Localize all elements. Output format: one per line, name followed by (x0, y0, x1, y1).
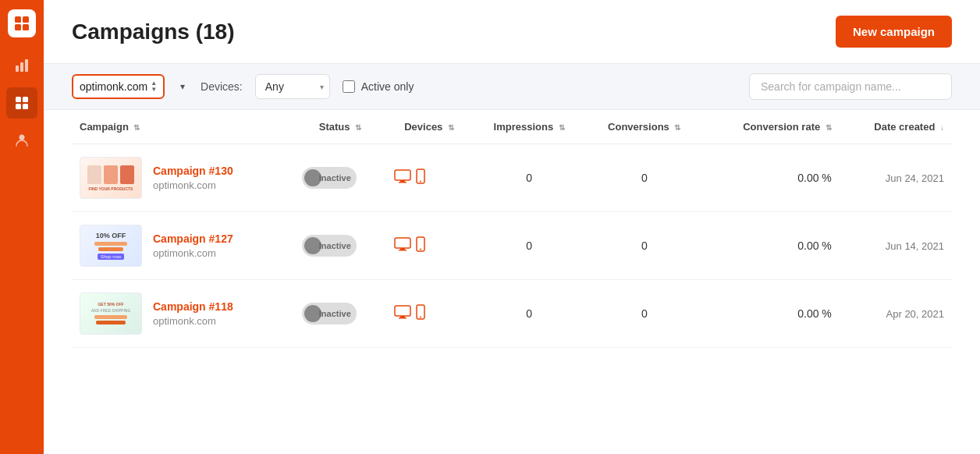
devices-icons-118 (394, 304, 464, 324)
campaign-thumb-127: 10% OFF Shop now (80, 225, 142, 267)
sidebar-item-audience[interactable]: Audience (6, 125, 37, 156)
desktop-icon (394, 305, 411, 323)
devices-select-wrapper: Any Desktop Mobile Tablet ▾ (255, 74, 330, 99)
new-campaign-button[interactable]: New campaign (836, 16, 952, 48)
devices-cell-127 (386, 212, 472, 280)
svg-rect-19 (399, 250, 407, 251)
devices-cell-130 (386, 144, 472, 212)
svg-point-26 (420, 316, 421, 317)
campaign-domain-118: optimonk.com (153, 315, 233, 327)
table-row: 10% OFF Shop now Campaign #127 optimonk.… (72, 212, 952, 280)
search-input[interactable] (749, 73, 952, 100)
devices-icons-130 (394, 168, 464, 188)
col-conversions-label: Conversions (608, 121, 669, 133)
devices-icons-127 (394, 236, 464, 256)
svg-point-21 (420, 248, 421, 250)
svg-rect-8 (23, 97, 28, 102)
status-label-127: Inactive (319, 241, 351, 250)
col-impressions[interactable]: Impressions ⇅ (472, 110, 586, 144)
svg-rect-22 (395, 306, 410, 316)
col-campaign-label: Campaign (80, 121, 129, 133)
status-toggle-127[interactable]: Inactive (302, 235, 357, 257)
col-campaign-sort[interactable]: ⇅ (133, 123, 140, 132)
campaign-info-118: Campaign #118 optimonk.com (153, 300, 233, 327)
campaign-cell-130: FIND YOUR PRODUCTS Campaign #130 optimon… (72, 144, 294, 212)
svg-rect-7 (16, 97, 21, 102)
svg-rect-17 (395, 238, 410, 248)
desktop-icon (394, 237, 411, 255)
sidebar-item-campaigns[interactable]: Campaigns (6, 87, 37, 119)
campaign-name-127[interactable]: Campaign #127 (153, 232, 233, 245)
devices-cell-118 (386, 280, 472, 348)
audience-icon[interactable] (6, 125, 37, 156)
date-cell-118: Apr 20, 2021 (840, 280, 952, 348)
col-rate-sort[interactable]: ⇅ (826, 123, 832, 132)
campaign-info-127: Campaign #127 optimonk.com (153, 232, 233, 259)
svg-rect-4 (16, 66, 19, 72)
col-devices-label: Devices (404, 121, 442, 133)
domain-select[interactable]: optimonk.com ▲ ▼ (72, 74, 165, 99)
sidebar-item-analytics[interactable]: Analytics (6, 50, 37, 81)
domain-arrows[interactable]: ▲ ▼ (151, 80, 157, 93)
status-toggle-130[interactable]: Inactive (302, 167, 357, 189)
col-devices[interactable]: Devices ⇅ (386, 110, 472, 144)
impressions-cell-118: 0 (472, 280, 586, 348)
col-date[interactable]: Date created ↓ (840, 110, 952, 144)
svg-rect-23 (400, 316, 405, 317)
campaign-info-130: Campaign #130 optimonk.com (153, 165, 233, 191)
campaign-domain-127: optimonk.com (153, 247, 233, 259)
col-rate[interactable]: Conversion rate ⇅ (702, 110, 840, 144)
active-only-label[interactable]: Active only (361, 80, 414, 93)
analytics-icon[interactable] (6, 50, 37, 81)
campaign-cell-118: GET 50% OFF AND FREE SHIPPING Campaign #… (72, 280, 294, 348)
campaign-name-118[interactable]: Campaign #118 (153, 300, 233, 313)
campaign-cell-127: 10% OFF Shop now Campaign #127 optimonk.… (72, 212, 294, 280)
devices-select[interactable]: Any Desktop Mobile Tablet (255, 74, 330, 99)
svg-rect-13 (400, 180, 405, 182)
page-title: Campaigns (18) (72, 20, 235, 44)
campaigns-table: Campaign ⇅ Status ⇅ Devices ⇅ Impression… (72, 110, 952, 348)
svg-point-11 (20, 135, 25, 140)
domain-dropdown-arrow[interactable]: ▾ (177, 81, 188, 92)
campaign-name-130[interactable]: Campaign #130 (153, 165, 233, 177)
col-date-sort[interactable]: ↓ (940, 123, 944, 132)
main-content: Campaigns (18) New campaign optimonk.com… (44, 0, 980, 454)
col-impressions-sort[interactable]: ⇅ (559, 123, 565, 132)
rate-cell-118: 0.00 % (702, 280, 840, 348)
col-conversions[interactable]: Conversions ⇅ (586, 110, 702, 144)
svg-rect-24 (399, 317, 407, 319)
desktop-icon (394, 169, 411, 187)
rate-cell-127: 0.00 % (702, 212, 840, 280)
svg-rect-10 (23, 104, 28, 109)
date-cell-127: Jun 14, 2021 (840, 212, 952, 280)
campaign-domain-130: optimonk.com (153, 179, 233, 191)
col-campaign[interactable]: Campaign ⇅ (72, 110, 294, 144)
conversions-cell-130: 0 (586, 144, 702, 212)
active-only-checkbox[interactable] (343, 80, 355, 93)
mobile-icon (416, 304, 425, 324)
svg-rect-12 (395, 170, 410, 180)
svg-rect-2 (15, 24, 21, 30)
table-header-row: Campaign ⇅ Status ⇅ Devices ⇅ Impression… (72, 110, 952, 144)
col-devices-sort[interactable]: ⇅ (448, 123, 454, 132)
status-cell-118: Inactive (294, 280, 386, 348)
sidebar-logo (8, 9, 36, 37)
status-toggle-118[interactable]: Inactive (302, 303, 357, 325)
svg-rect-1 (23, 16, 29, 23)
col-rate-label: Conversion rate (743, 121, 820, 133)
col-impressions-label: Impressions (494, 121, 554, 133)
impressions-cell-130: 0 (472, 144, 586, 212)
status-label-130: Inactive (319, 173, 351, 183)
col-status[interactable]: Status ⇅ (294, 110, 386, 144)
svg-point-16 (420, 180, 421, 182)
status-label-118: Inactive (319, 309, 351, 318)
col-status-sort[interactable]: ⇅ (355, 123, 361, 132)
sidebar: Analytics Campaigns Audience (0, 0, 44, 454)
svg-rect-6 (25, 59, 28, 72)
col-conversions-sort[interactable]: ⇅ (674, 123, 680, 132)
status-cell-127: Inactive (294, 212, 386, 280)
devices-filter-label: Devices: (201, 80, 243, 93)
date-cell-130: Jun 24, 2021 (840, 144, 952, 212)
svg-rect-18 (400, 248, 405, 250)
campaigns-icon[interactable] (6, 87, 37, 119)
